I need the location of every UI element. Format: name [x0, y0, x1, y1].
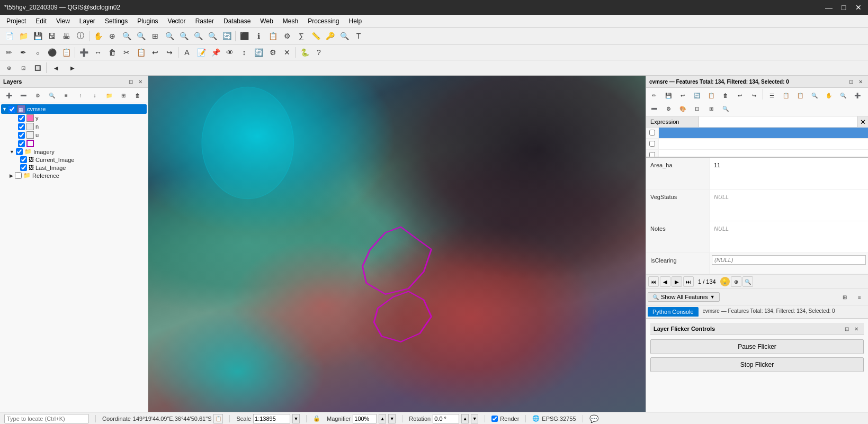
help-btn[interactable]: ? — [312, 46, 326, 59]
zoom-layer[interactable]: 🔍 — [177, 30, 191, 42]
coordinate-copy-btn[interactable]: 📋 — [213, 414, 223, 423]
nav-first[interactable]: ⏮ — [648, 276, 659, 287]
menu-help[interactable]: Help — [345, 16, 366, 26]
layer-y-checkbox[interactable] — [18, 115, 25, 122]
menu-database[interactable]: Database — [219, 16, 255, 26]
annotate[interactable]: 🔑 — [323, 30, 337, 42]
menu-processing[interactable]: Processing — [303, 16, 343, 26]
isclearing-input[interactable] — [712, 255, 866, 265]
show-table-view[interactable]: ≡ — [853, 291, 866, 303]
layer-cvmsre[interactable]: ▼ ▦ cvmsre — [1, 104, 147, 114]
feature-panel-close[interactable]: ✕ — [856, 77, 865, 86]
menu-vector[interactable]: Vector — [164, 16, 190, 26]
select-features[interactable]: ⬛ — [237, 30, 251, 42]
layer-last-image[interactable]: 🖼 Last_Image — [1, 164, 147, 172]
properties-button[interactable]: ⓘ — [74, 30, 87, 42]
last-image-checkbox[interactable] — [20, 164, 27, 171]
redo-attr[interactable]: ↪ — [747, 89, 761, 102]
nav-zoom-feature[interactable]: ⊕ — [731, 276, 741, 287]
magnifier-up[interactable]: ▲ — [379, 414, 386, 423]
nav-play[interactable]: ▶ — [672, 276, 682, 287]
layer-u[interactable]: u — [1, 131, 147, 139]
expand-reference[interactable]: ▶ — [10, 173, 13, 178]
new-project-button[interactable]: 📄 — [2, 30, 16, 42]
menu-project[interactable]: Project — [2, 16, 30, 26]
layer-n-checkbox[interactable] — [18, 123, 25, 130]
show-form-view[interactable]: ⊞ — [838, 291, 852, 303]
zoom-extent[interactable]: ⊞ — [148, 30, 162, 42]
label-del[interactable]: ✕ — [280, 46, 294, 59]
zoom-out[interactable]: 🔍 — [134, 30, 148, 42]
messages-button[interactable]: 💬 — [589, 414, 598, 423]
nav-settings[interactable]: 🔍 — [742, 276, 753, 287]
pan-to-feature[interactable]: ✋ — [822, 89, 836, 102]
zoom-selection[interactable]: 🔍 — [163, 30, 176, 42]
label-rule[interactable]: 📝 — [194, 46, 208, 59]
menu-plugins[interactable]: Plugins — [133, 16, 162, 26]
expand-cvmsre[interactable]: ▼ — [2, 106, 7, 112]
organize-btn[interactable]: ⚙ — [661, 102, 675, 115]
layer-down[interactable]: ↓ — [88, 89, 102, 102]
expression-input[interactable] — [699, 116, 857, 127]
expand-imagery[interactable]: ▼ — [10, 149, 14, 155]
menu-view[interactable]: View — [52, 16, 74, 26]
digitize-btn[interactable]: ✒ — [16, 46, 30, 59]
select-all-btn[interactable]: ☰ — [765, 89, 778, 102]
nav-btn1[interactable]: ◀ — [48, 61, 64, 74]
layer-imagery-checkbox[interactable] — [16, 148, 23, 155]
zoom-full[interactable]: ⊕ — [105, 30, 119, 42]
current-image-checkbox[interactable] — [20, 156, 27, 163]
open-field-calc[interactable]: ⚙ — [280, 30, 294, 42]
layer-n[interactable]: n — [1, 122, 147, 131]
layer-cvmsre-checkbox[interactable] — [8, 106, 15, 113]
filter-layers[interactable]: 🔍 — [45, 89, 59, 102]
dock-btn[interactable]: ⊞ — [704, 102, 718, 115]
switch-view[interactable]: ⊡ — [690, 102, 704, 115]
nav-next[interactable]: ⏭ — [683, 276, 694, 287]
snap2-btn[interactable]: ⊡ — [16, 61, 30, 74]
undo-attr[interactable]: ↩ — [733, 89, 747, 102]
filter-btn[interactable]: 🔍 — [836, 89, 850, 102]
cut-features[interactable]: ✂ — [120, 46, 133, 59]
magnifier-input[interactable] — [353, 414, 377, 423]
copy-attr-btn[interactable]: 📋 — [704, 89, 718, 102]
menu-layer[interactable]: Layer — [75, 16, 100, 26]
show-all-features-button[interactable]: 🔍 Show All Features ▼ — [648, 292, 720, 302]
zoom-in[interactable]: 🔍 — [120, 30, 133, 42]
copy-selected[interactable]: 📋 — [779, 89, 793, 102]
delete-feature-btn[interactable]: 🗑 — [719, 89, 732, 102]
layer-u-checkbox[interactable] — [18, 132, 25, 139]
delete-field-btn[interactable]: ➖ — [647, 102, 661, 115]
undo[interactable]: ↩ — [148, 46, 162, 59]
attribute-table[interactable]: 📋 — [266, 30, 280, 42]
text-tool[interactable]: T — [352, 30, 365, 42]
search-attr[interactable]: 🔍 — [719, 102, 732, 115]
map-area[interactable] — [148, 76, 646, 412]
move-feature[interactable]: ↔ — [91, 46, 105, 59]
node-tool[interactable]: ⬦ — [31, 46, 44, 59]
pause-flicker-button[interactable]: Pause Flicker — [650, 339, 864, 354]
current-edits[interactable]: ✏ — [2, 46, 16, 59]
scale-input[interactable] — [253, 414, 290, 423]
paste[interactable]: 📋 — [134, 46, 148, 59]
remove-all[interactable]: 🗑 — [131, 89, 145, 102]
attr-row-cb-1[interactable] — [646, 128, 659, 138]
nav-btn2[interactable]: ▶ — [65, 61, 80, 74]
nav-flash-feature[interactable]: 💡 — [720, 277, 730, 286]
label-pin[interactable]: 📌 — [209, 46, 222, 59]
expand-all[interactable]: ⊞ — [117, 89, 130, 102]
save-as-button[interactable]: 🖫 — [45, 30, 59, 42]
print-button[interactable]: 🖶 — [59, 30, 73, 42]
minimize-button[interactable]: — — [824, 3, 834, 12]
rotation-down[interactable]: ▼ — [471, 414, 478, 423]
search[interactable]: 🔍 — [337, 30, 351, 42]
refresh-btn[interactable]: 🔄 — [690, 89, 704, 102]
paste-features[interactable]: 📋 — [793, 89, 807, 102]
label-prop[interactable]: ⚙ — [266, 46, 280, 59]
add-layer-btn[interactable]: ➕ — [2, 89, 16, 102]
close-button[interactable]: ✕ — [853, 3, 864, 12]
pan-tool[interactable]: ✋ — [91, 30, 105, 42]
stop-flicker-button[interactable]: Stop Flicker — [650, 357, 864, 372]
reference-checkbox[interactable] — [15, 172, 22, 179]
discard-btn[interactable]: ↩ — [676, 89, 690, 102]
